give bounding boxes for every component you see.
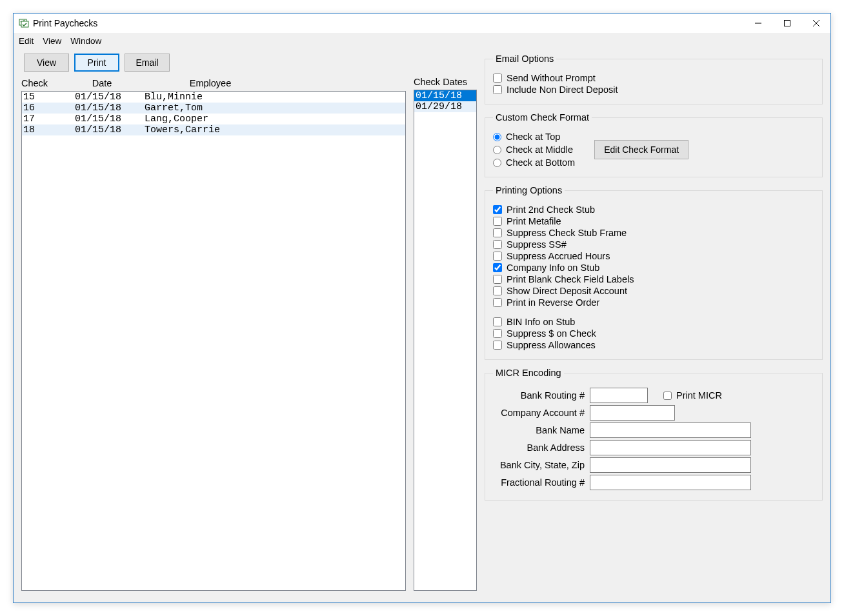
send-without-prompt-label: Send Without Prompt: [507, 73, 596, 83]
window-controls: [743, 14, 830, 33]
custom-check-format-legend: Custom Check Format: [493, 112, 592, 123]
bin-info-label: BIN Info on Stub: [507, 317, 575, 327]
bank-routing-input[interactable]: [590, 388, 648, 403]
app-icon: [19, 18, 29, 28]
edit-check-format-button[interactable]: Edit Check Format: [594, 140, 688, 159]
minimize-button[interactable]: [743, 14, 772, 33]
check-dates-listbox[interactable]: 01/15/1801/29/18: [414, 90, 477, 591]
micr-encoding-group: MICR Encoding Bank Routing # Print MICR …: [485, 368, 823, 501]
menubar: Edit View Window: [14, 33, 830, 48]
menu-view[interactable]: View: [43, 36, 61, 46]
check-listbox[interactable]: 1501/15/18 Blu,Minnie1601/15/18 Garret,T…: [21, 91, 406, 591]
check-at-middle-radio[interactable]: [493, 146, 501, 154]
micr-encoding-legend: MICR Encoding: [493, 368, 564, 378]
company-info-label: Company Info on Stub: [507, 263, 599, 273]
check-at-top-radio[interactable]: [493, 133, 501, 141]
table-row[interactable]: 1701/15/18 Lang,Cooper: [22, 114, 405, 124]
print-metafile-label: Print Metafile: [507, 216, 561, 226]
list-item[interactable]: 01/15/18: [414, 90, 476, 101]
header-date: Date: [73, 78, 131, 88]
fractional-routing-label: Fractional Routing #: [493, 477, 585, 488]
suppress-dollar-label: Suppress $ on Check: [507, 328, 596, 339]
table-row[interactable]: 1601/15/18 Garret,Tom: [22, 103, 405, 114]
company-account-input[interactable]: [590, 405, 675, 421]
app-window: Print Paychecks Edit View Window View Pr…: [13, 13, 831, 603]
bank-csz-input[interactable]: [590, 457, 751, 473]
print-2nd-stub-label: Print 2nd Check Stub: [507, 204, 595, 215]
bank-address-label: Bank Address: [493, 442, 585, 453]
titlebar: Print Paychecks: [14, 14, 830, 33]
suppress-ss-label: Suppress SS#: [507, 239, 567, 250]
company-account-label: Company Account #: [493, 408, 585, 418]
header-employee: Employee: [131, 78, 406, 88]
check-dates-header: Check Dates: [414, 77, 477, 87]
bank-address-input[interactable]: [590, 440, 751, 455]
suppress-allowances-checkbox[interactable]: [493, 341, 502, 350]
close-button[interactable]: [801, 14, 830, 33]
print-micr-checkbox[interactable]: [663, 392, 672, 400]
bin-info-checkbox[interactable]: [493, 317, 502, 326]
reverse-order-label: Print in Reverse Order: [507, 297, 599, 308]
left-column: View Print Email Check Date Employee 150…: [21, 54, 406, 591]
bank-name-input[interactable]: [590, 422, 751, 438]
blank-labels-label: Print Blank Check Field Labels: [507, 274, 634, 284]
menu-window[interactable]: Window: [70, 36, 101, 46]
company-info-checkbox[interactable]: [493, 263, 502, 272]
header-check: Check: [21, 78, 73, 88]
list-item[interactable]: 01/29/18: [414, 101, 476, 112]
table-row[interactable]: 1801/15/18 Towers,Carrie: [22, 124, 405, 135]
include-non-dd-checkbox[interactable]: [493, 85, 502, 94]
reverse-order-checkbox[interactable]: [493, 298, 502, 307]
suppress-accrued-checkbox[interactable]: [493, 252, 502, 261]
suppress-ss-checkbox[interactable]: [493, 240, 502, 249]
blank-labels-checkbox[interactable]: [493, 275, 502, 284]
menu-edit[interactable]: Edit: [19, 36, 34, 46]
middle-column: Check Dates 01/15/1801/29/18: [414, 54, 477, 591]
print-micr-label: Print MICR: [676, 390, 722, 401]
view-button[interactable]: View: [24, 54, 69, 72]
print-metafile-checkbox[interactable]: [493, 217, 502, 226]
maximize-button[interactable]: [772, 14, 801, 33]
right-column: Email Options Send Without Prompt Includ…: [485, 54, 823, 591]
suppress-accrued-label: Suppress Accrued Hours: [507, 251, 610, 261]
show-dd-account-checkbox[interactable]: [493, 286, 502, 295]
bank-name-label: Bank Name: [493, 425, 585, 435]
check-at-top-label: Check at Top: [506, 132, 560, 142]
check-at-bottom-radio[interactable]: [493, 159, 501, 167]
suppress-frame-label: Suppress Check Stub Frame: [507, 228, 627, 238]
printing-options-legend: Printing Options: [493, 185, 565, 195]
bank-csz-label: Bank City, State, Zip: [493, 460, 585, 470]
bank-routing-label: Bank Routing #: [493, 390, 585, 401]
table-row[interactable]: 1501/15/18 Blu,Minnie: [22, 92, 405, 103]
email-options-group: Email Options Send Without Prompt Includ…: [485, 54, 823, 104]
check-at-bottom-label: Check at Bottom: [506, 157, 575, 168]
email-button[interactable]: Email: [125, 54, 170, 72]
include-non-dd-label: Include Non Direct Deposit: [507, 84, 618, 95]
toolbar: View Print Email: [21, 54, 406, 72]
custom-check-format-group: Custom Check Format Check at Top Check a…: [485, 112, 823, 177]
suppress-dollar-checkbox[interactable]: [493, 329, 502, 338]
send-without-prompt-checkbox[interactable]: [493, 74, 502, 83]
svg-rect-3: [784, 21, 790, 26]
window-title: Print Paychecks: [33, 18, 743, 28]
print-button[interactable]: Print: [74, 54, 119, 72]
print-2nd-stub-checkbox[interactable]: [493, 205, 502, 214]
content-area: View Print Email Check Date Employee 150…: [14, 48, 830, 602]
check-at-middle-label: Check at Middle: [506, 144, 573, 155]
suppress-frame-checkbox[interactable]: [493, 228, 502, 237]
suppress-allowances-label: Suppress Allowances: [507, 340, 596, 350]
check-list-header: Check Date Employee: [21, 78, 406, 88]
show-dd-account-label: Show Direct Deposit Account: [507, 286, 627, 296]
printing-options-group: Printing Options Print 2nd Check Stub Pr…: [485, 185, 823, 360]
email-options-legend: Email Options: [493, 54, 556, 64]
fractional-routing-input[interactable]: [590, 475, 751, 490]
